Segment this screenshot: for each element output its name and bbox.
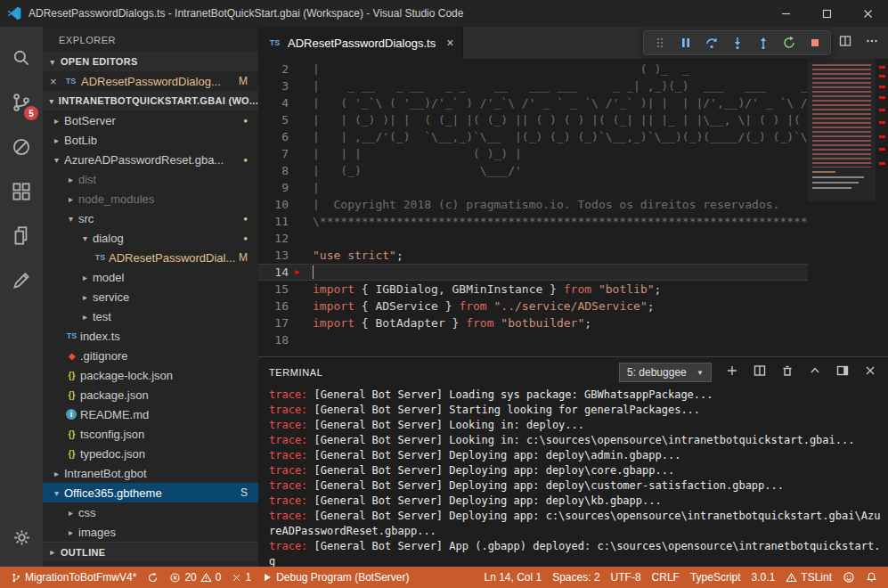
tree-item-label: src xyxy=(78,212,94,225)
code-line[interactable]: 8| (_) \___/' | xyxy=(258,162,808,179)
step-into-icon[interactable] xyxy=(724,32,750,53)
minimap[interactable] xyxy=(808,59,876,356)
section-open-editors[interactable]: ▾ OPEN EDITORS xyxy=(43,52,258,71)
new-terminal-icon[interactable] xyxy=(725,363,739,381)
pause-icon[interactable] xyxy=(672,32,698,53)
fail-count-status[interactable]: 1 xyxy=(226,567,257,588)
toggle-panel-icon[interactable] xyxy=(835,363,850,381)
tree-item-gitignore[interactable]: ◆.gitignore xyxy=(43,346,258,365)
tree-item-css[interactable]: ▸css xyxy=(43,502,258,522)
git-branch-status[interactable]: MigrationToBotFmwV4* xyxy=(5,567,142,588)
restart-icon[interactable] xyxy=(776,32,802,53)
tree-item-azureadpasswordreset-gba[interactable]: ▾AzureADPasswordReset.gba...● xyxy=(43,150,258,169)
code-line[interactable]: 7| | | ( )_) | | xyxy=(258,145,808,162)
chevron-down-icon: ▼ xyxy=(697,369,704,377)
stop-icon[interactable] xyxy=(802,32,827,53)
language-status[interactable]: TypeScript xyxy=(685,571,746,584)
cursor-position-status[interactable]: Ln 14, Col 1 xyxy=(478,571,547,584)
step-over-icon[interactable] xyxy=(698,32,724,53)
close-icon[interactable]: × xyxy=(50,75,61,88)
section-workspace[interactable]: ▾ INTRANETBOTQUICKSTART.GBAI (WO... xyxy=(43,91,258,110)
code-line[interactable]: 5| | (_) )| | ( (_| |( (_) || ( ) ( ) |(… xyxy=(258,111,808,128)
activity-source-control-icon[interactable]: 5 xyxy=(0,80,43,125)
more-actions-icon[interactable] xyxy=(865,34,879,52)
activity-search-icon[interactable] xyxy=(0,36,43,80)
terminal-selector[interactable]: 5: debuggee ▼ xyxy=(619,363,712,382)
feedback-smiley-icon[interactable] xyxy=(837,571,860,584)
problems-status[interactable]: 20 0 xyxy=(164,567,226,588)
tree-item-botserver[interactable]: ▸BotServer● xyxy=(43,110,258,130)
tree-item-intranetbot-gbot[interactable]: ▸IntranetBot.gbot xyxy=(43,463,258,483)
code-line[interactable]: 4| ( '_`\ ( '__)/'_` ) /'_`\ /' _ ` _ `\… xyxy=(258,94,808,111)
modified-dot-icon: ● xyxy=(243,156,248,164)
code-line[interactable]: 18 xyxy=(258,331,808,348)
tab-terminal[interactable]: TERMINAL xyxy=(269,367,322,378)
kill-terminal-icon[interactable] xyxy=(780,363,794,381)
settings-gear-icon[interactable] xyxy=(0,515,43,559)
tree-item-index-ts[interactable]: TSindex.ts xyxy=(43,326,258,346)
indentation-status[interactable]: Spaces: 2 xyxy=(547,571,605,584)
code-line[interactable]: 14▶ xyxy=(258,264,808,281)
tree-item-readme-md[interactable]: iREADME.md xyxy=(43,404,258,424)
code-line[interactable]: 2| ( )_ _ | xyxy=(258,61,808,78)
tree-item-adresetpassworddial[interactable]: TSADResetPasswordDial...M xyxy=(43,248,258,267)
encoding-status[interactable]: UTF-8 xyxy=(606,571,647,584)
modified-dot-icon: ● xyxy=(243,234,248,242)
ts-version-status[interactable]: 3.0.1 xyxy=(746,571,781,584)
tree-item-label: typedoc.json xyxy=(80,447,145,461)
tree-item-dialog[interactable]: ▾dialog● xyxy=(43,228,258,248)
tree-item-botlib[interactable]: ▸BotLib xyxy=(43,130,258,150)
tree-item-model[interactable]: ▸model xyxy=(43,267,258,287)
minimap-slider[interactable] xyxy=(808,59,876,201)
tree-item-service[interactable]: ▸service xyxy=(43,287,258,306)
tree-item-tsconfig-json[interactable]: {}tsconfig.json xyxy=(43,424,258,444)
tree-item-office365-gbtheme[interactable]: ▾Office365.gbthemeS xyxy=(43,483,258,502)
maximize-panel-icon[interactable] xyxy=(808,363,822,381)
code-line[interactable]: 15import { IGBDialog, GBMinInstance } fr… xyxy=(258,281,808,298)
tslint-status[interactable]: TSLint xyxy=(780,571,837,584)
code-line[interactable]: 11\*************************************… xyxy=(258,213,808,230)
maximize-button[interactable] xyxy=(806,0,847,27)
notifications-bell-icon[interactable] xyxy=(860,571,883,584)
terminal-output[interactable]: trace: [General Bot Server] Loading sys … xyxy=(269,388,881,567)
explorer-title: EXPLORER xyxy=(43,27,258,52)
code-line[interactable]: 10| Copyright 2018 (c) pragmatismo.io. T… xyxy=(258,196,808,213)
debug-program-status[interactable]: Debug Program (BotServer) xyxy=(257,567,414,588)
split-terminal-icon[interactable] xyxy=(753,363,767,381)
minimize-button[interactable] xyxy=(765,0,806,27)
close-panel-icon[interactable] xyxy=(863,363,877,381)
close-icon[interactable]: × xyxy=(446,36,453,50)
code-line[interactable]: 13"use strict"; xyxy=(258,247,808,264)
tree-item-typedoc-json[interactable]: {}typedoc.json xyxy=(43,444,258,463)
open-editor-item[interactable]: × TS ADResetPasswordDialog... M xyxy=(43,71,258,91)
open-editor-label: ADResetPasswordDialog... xyxy=(81,75,221,88)
chevron-right-icon: ▸ xyxy=(78,292,92,302)
activity-edit-icon[interactable] xyxy=(0,258,43,303)
code-line[interactable]: 6| | ,__/'(_) `\__,_)`\__ |(_) (_) (_)`\… xyxy=(258,128,808,145)
eol-status[interactable]: CRLF xyxy=(647,571,685,584)
tree-item-images[interactable]: ▸images xyxy=(43,522,258,542)
activity-files-icon[interactable] xyxy=(0,214,43,258)
close-button[interactable] xyxy=(847,0,888,27)
sync-status[interactable] xyxy=(142,567,164,588)
code-line[interactable]: 17import { BotAdapter } from "botbuilder… xyxy=(258,314,808,331)
tree-item-package-json[interactable]: {}package.json xyxy=(43,385,258,404)
tree-item-node-modules[interactable]: ▸node_modules xyxy=(43,189,258,208)
code-line[interactable]: 12 xyxy=(258,230,808,247)
drag-handle-icon[interactable] xyxy=(647,32,672,53)
section-outline[interactable]: ▸ OUTLINE xyxy=(43,542,258,561)
tree-item-dist[interactable]: ▸dist xyxy=(43,169,258,189)
split-editor-icon[interactable] xyxy=(838,34,852,52)
tree-item-src[interactable]: ▾src● xyxy=(43,208,258,228)
tab-adresetpassworddialogs[interactable]: TS ADResetPasswordDialogs.ts × xyxy=(258,27,463,59)
activity-extensions-icon[interactable] xyxy=(0,169,43,214)
line-number: 3 xyxy=(258,78,289,94)
tree-item-package-lock-json[interactable]: {}package-lock.json xyxy=(43,365,258,385)
code-editor[interactable]: 2| ( )_ _ |3| _ __ _ __ _ _ __ ___ ___ _… xyxy=(258,59,888,356)
code-line[interactable]: 9| | xyxy=(258,179,808,196)
code-line[interactable]: 3| _ __ _ __ _ _ __ ___ ___ _ _| ,_)(_) … xyxy=(258,78,808,94)
step-out-icon[interactable] xyxy=(750,32,776,53)
code-line[interactable]: 16import { ADService } from "../service/… xyxy=(258,298,808,314)
tree-item-test[interactable]: ▸test xyxy=(43,306,258,326)
activity-debug-icon[interactable] xyxy=(0,125,43,169)
